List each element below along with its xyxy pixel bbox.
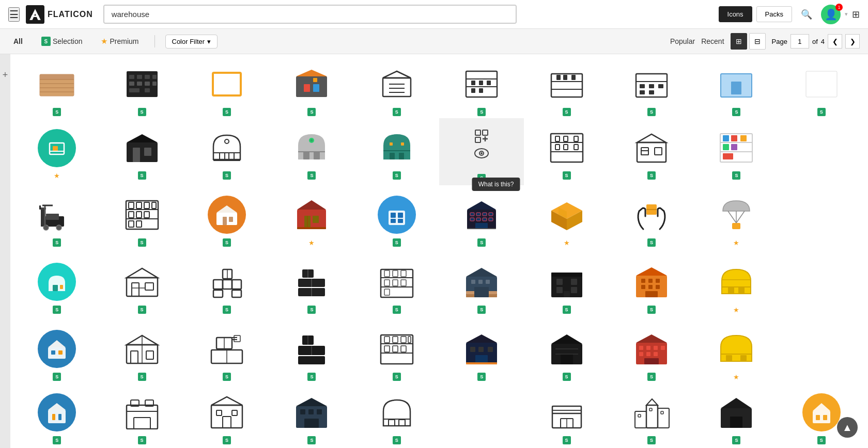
page-next-button[interactable]: ❯ [845, 34, 860, 49]
icon-cell[interactable]: S [609, 58, 694, 118]
color-filter-button[interactable]: Color Filter ▾ [165, 35, 218, 49]
icon-cell[interactable]: S [184, 252, 269, 319]
popular-button[interactable]: Popular [670, 37, 695, 45]
icon-cell[interactable]: S [14, 252, 99, 319]
icon-cell[interactable]: S [269, 387, 354, 446]
icon-cell[interactable]: S [184, 58, 269, 118]
all-filter-button[interactable]: All [8, 35, 28, 48]
icon-cell[interactable]: S [354, 252, 439, 319]
icon-cell[interactable] [439, 387, 524, 446]
premium-filter-button[interactable]: ★ Premium [96, 34, 144, 49]
icon-cell[interactable]: ★ [524, 185, 609, 252]
icon-cell[interactable] [779, 118, 864, 185]
icon-image [546, 392, 587, 433]
icon-cell[interactable]: ★ [14, 118, 99, 185]
icon-cell[interactable]: S [14, 319, 99, 387]
selection-filter-button[interactable]: S Selection [36, 34, 88, 49]
svg-rect-201 [486, 280, 490, 284]
icon-cell[interactable]: S [99, 387, 184, 446]
icon-cell[interactable]: S [269, 252, 354, 319]
icon-cell[interactable]: S [609, 252, 694, 319]
grid-toggle[interactable]: ⊞ [852, 9, 860, 20]
icon-cell[interactable]: S [524, 118, 609, 185]
icon-cell[interactable]: S [184, 185, 269, 252]
svg-rect-151 [470, 218, 474, 221]
icon-cell[interactable]: S [99, 319, 184, 387]
icon-cell[interactable]: ★ [694, 185, 779, 252]
icon-cell[interactable]: S [524, 58, 609, 118]
icon-cell[interactable]: S [99, 185, 184, 252]
icon-cell[interactable]: S [14, 58, 99, 118]
search-icon-button[interactable]: 🔍 [796, 4, 817, 25]
icon-cell[interactable]: S [99, 252, 184, 319]
icon-cell[interactable]: S [354, 319, 439, 387]
large-grid-view-button[interactable]: ⊞ [731, 33, 747, 50]
icon-cell[interactable]: S [524, 387, 609, 446]
scroll-to-top-button[interactable]: ▲ [837, 417, 858, 438]
search-input[interactable] [104, 6, 516, 23]
icon-cell[interactable]: S [694, 58, 779, 118]
hamburger-button[interactable]: ☰ [8, 7, 20, 22]
icon-cell[interactable]: S [184, 319, 269, 387]
svg-rect-108 [723, 153, 733, 159]
icon-cell[interactable]: S [269, 58, 354, 118]
icon-cell[interactable]: S [609, 118, 694, 185]
sidebar-add-button[interactable]: + [0, 54, 10, 448]
icon-cell[interactable]: S [524, 252, 609, 319]
icon-cell[interactable]: S [184, 118, 269, 185]
svg-rect-277 [644, 358, 659, 364]
icon-cell[interactable]: S [439, 185, 524, 252]
icon-cell[interactable]: S [354, 387, 439, 446]
icon-cell[interactable]: S [439, 58, 524, 118]
svg-rect-122 [136, 202, 142, 209]
recent-button[interactable]: Recent [701, 37, 724, 45]
icon-badge: S [53, 373, 61, 381]
packs-button[interactable]: Packs [756, 6, 792, 22]
icon-cell[interactable]: S [269, 319, 354, 387]
icon-cell[interactable]: S [184, 387, 269, 446]
icon-cell[interactable]: ★ [694, 252, 779, 319]
small-grid-view-button[interactable]: ⊟ [749, 33, 766, 50]
icon-cell[interactable]: S [439, 252, 524, 319]
icon-cell[interactable]: S [609, 185, 694, 252]
icon-cell[interactable]: S [99, 118, 184, 185]
icon-cell[interactable]: S [779, 58, 864, 118]
icon-cell[interactable]: S [524, 319, 609, 387]
svg-rect-259 [478, 347, 484, 352]
icon-badge: S [563, 373, 571, 381]
s-badge-small: S [138, 238, 146, 247]
page-prev-button[interactable]: ❮ [828, 34, 842, 49]
icon-cell[interactable]: S [14, 185, 99, 252]
svg-rect-90 [574, 136, 578, 141]
icon-cell[interactable]: S [354, 58, 439, 118]
icon-cell[interactable]: ★ [694, 319, 779, 387]
icon-cell[interactable]: S [609, 387, 694, 446]
icon-cell[interactable]: S [694, 118, 779, 185]
icon-cell[interactable]: S [779, 387, 864, 446]
icon-cell[interactable]: S [354, 118, 439, 185]
icon-cell[interactable] [779, 319, 864, 387]
icon-cell[interactable]: S [99, 58, 184, 118]
svg-rect-218 [648, 285, 653, 289]
icon-badge: ★ [733, 239, 739, 247]
s-badge-small: S [307, 171, 316, 180]
icon-cell[interactable]: S [694, 387, 779, 446]
icon-cell[interactable]: ★ [269, 185, 354, 252]
icon-cell[interactable] [779, 185, 864, 252]
icon-cell[interactable]: S [439, 319, 524, 387]
icon-cell[interactable]: S [609, 319, 694, 387]
page-number-input[interactable] [791, 34, 809, 49]
color-filter-dropdown-arrow: ▾ [207, 38, 211, 45]
icon-cell[interactable]: S [269, 118, 354, 185]
icon-cell[interactable]: S [354, 185, 439, 252]
icon-cell[interactable]: S [14, 387, 99, 446]
user-dropdown-arrow[interactable]: ▾ [845, 11, 848, 18]
icon-cell[interactable] [779, 252, 864, 319]
icon-cell-hovered[interactable]: S What is this? [439, 118, 524, 185]
logo[interactable]: FLATICON [26, 5, 93, 24]
icons-button[interactable]: Icons [719, 6, 752, 22]
svg-rect-137 [313, 216, 319, 223]
icon-image [801, 63, 842, 105]
svg-rect-166 [732, 223, 740, 229]
svg-rect-10 [129, 75, 134, 79]
